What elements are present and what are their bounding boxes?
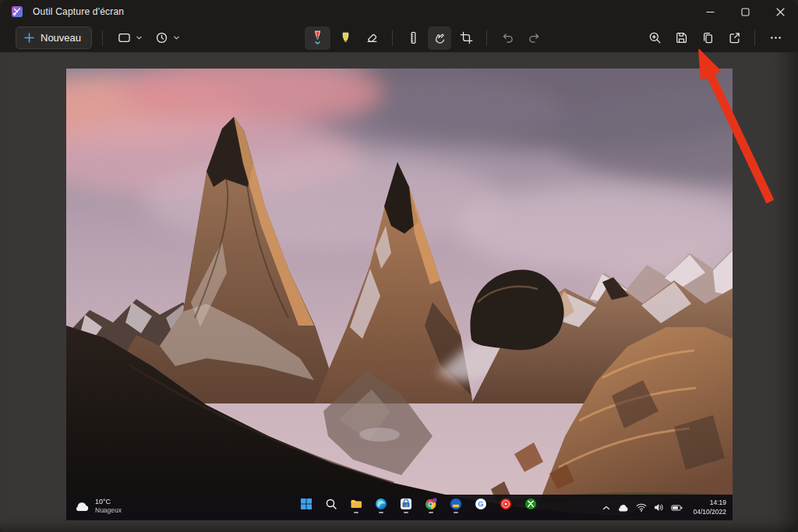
snip-mode-dropdown[interactable] (113, 26, 147, 50)
battery-icon (671, 504, 683, 512)
more-options-button[interactable] (764, 26, 787, 50)
undo-button[interactable] (496, 26, 519, 50)
plus-icon (24, 33, 34, 43)
canvas-area: 10°C Nuageux (0, 52, 798, 532)
save-button[interactable] (669, 26, 693, 50)
weather-condition: Nuageux (95, 506, 122, 515)
tray-date: 04/10/2022 (693, 508, 726, 516)
close-button[interactable] (763, 0, 798, 23)
tray-clock: 14:19 04/10/2022 (693, 499, 726, 516)
ballpoint-pen-button[interactable] (305, 26, 330, 50)
snipping-tool-app-icon (11, 5, 23, 18)
maximize-button[interactable] (728, 0, 763, 23)
copy-icon (701, 31, 715, 44)
minimize-button[interactable] (693, 0, 728, 23)
windows-start-icon (299, 498, 312, 513)
eraser-button[interactable] (360, 26, 383, 50)
share-button[interactable] (722, 26, 746, 50)
cloud-weather-icon (74, 501, 90, 512)
new-snip-button[interactable]: Nouveau (16, 26, 92, 49)
taskbar-app-icons: G (299, 498, 537, 513)
clock-icon (155, 31, 168, 44)
chevron-down-icon (173, 34, 180, 41)
crop-icon (460, 31, 473, 44)
separator (486, 30, 487, 46)
separator (754, 30, 755, 46)
captured-screenshot[interactable]: 10°C Nuageux (66, 69, 733, 520)
magnifier-plus-icon (648, 31, 662, 44)
weather-widget: 10°C Nuageux (74, 498, 122, 515)
microsoft-store-icon (399, 498, 412, 513)
search-icon (324, 498, 337, 513)
system-tray: 14:19 04/10/2022 (602, 495, 726, 520)
highlighter-button[interactable] (334, 26, 357, 50)
onedrive-cloud-icon (617, 504, 629, 512)
tray-time: 14:19 (693, 499, 726, 507)
redo-icon (528, 31, 541, 44)
chevron-up-icon (602, 505, 610, 511)
title-bar: Outil Capture d'écran (0, 0, 798, 23)
crop-button[interactable] (454, 26, 478, 50)
toolbar: Nouveau (0, 23, 798, 52)
redo-button[interactable] (522, 26, 546, 50)
chevron-down-icon (136, 34, 143, 41)
svg-text:G: G (478, 499, 483, 508)
google-icon: G (474, 498, 487, 513)
chrome-icon (424, 498, 437, 513)
copy-button[interactable] (696, 26, 719, 50)
edge-icon (374, 498, 387, 513)
new-snip-label: Nouveau (41, 32, 81, 44)
ballpoint-pen-icon (311, 30, 324, 46)
zoom-button[interactable] (643, 26, 666, 50)
wifi-icon (636, 503, 647, 512)
share-icon (728, 31, 741, 44)
rectangle-snip-icon (118, 31, 131, 44)
blue-app-icon (449, 498, 462, 513)
mountain-landscape-image (66, 69, 733, 520)
ellipsis-icon (769, 31, 782, 44)
touch-writing-button[interactable] (428, 26, 451, 50)
highlighter-icon (339, 31, 352, 44)
eraser-icon (365, 31, 379, 44)
delay-dropdown[interactable] (150, 26, 185, 50)
weather-temperature: 10°C (95, 498, 122, 506)
undo-icon (501, 31, 514, 44)
wallpaper-taskbar: 10°C Nuageux (66, 495, 733, 520)
file-explorer-icon (349, 498, 362, 513)
snipping-tool-window: Outil Capture d'écran Nouveau (0, 0, 798, 532)
touch-writing-icon (433, 31, 447, 44)
separator (102, 30, 103, 46)
volume-icon (654, 503, 664, 512)
youtube-music-icon (499, 498, 512, 513)
window-title: Outil Capture d'écran (33, 6, 124, 17)
separator (392, 30, 393, 46)
ruler-icon (407, 31, 420, 44)
save-icon (675, 31, 688, 44)
xbox-icon (524, 498, 537, 513)
ruler-button[interactable] (401, 26, 425, 50)
